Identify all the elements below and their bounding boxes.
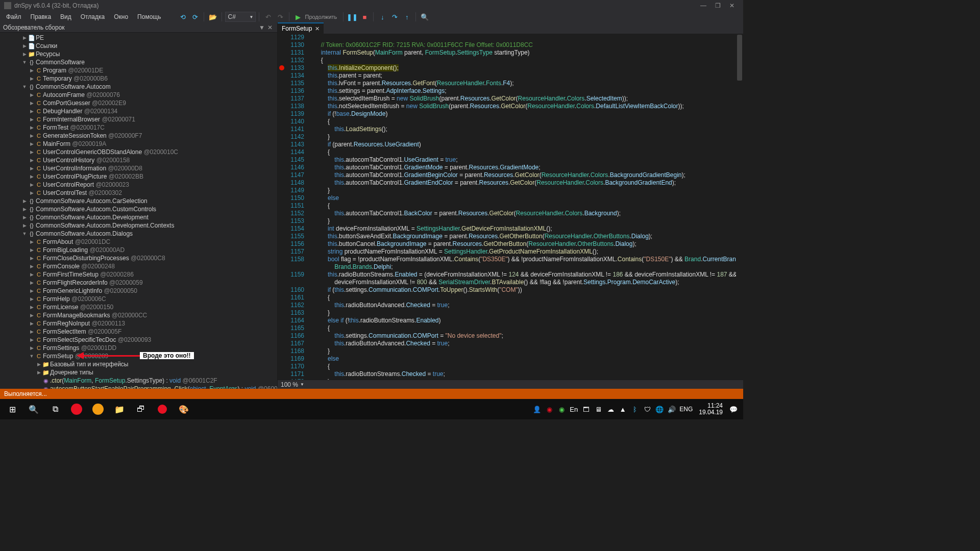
- clock[interactable]: 11:24 19.04.19: [696, 403, 726, 416]
- tree-row[interactable]: ▶C FormLicense @02000150: [0, 303, 277, 311]
- tree-row[interactable]: ▶C FormTest @0200017C: [0, 123, 277, 132]
- tree-row[interactable]: ▶📁 Базовый тип и интерфейсы: [0, 360, 277, 368]
- tree-row[interactable]: ▶C DebugHandler @02000134: [0, 107, 277, 115]
- notifications-icon[interactable]: 💬: [729, 406, 738, 413]
- sidebar-dropdown-icon[interactable]: ▼: [258, 24, 266, 31]
- tree-row[interactable]: ▶C Program @020001DE: [0, 66, 277, 74]
- nav-back-icon[interactable]: ⟲: [177, 11, 188, 22]
- taskbar-app-paint[interactable]: 🎨: [174, 400, 194, 418]
- minimize-button[interactable]: —: [696, 1, 710, 11]
- start-button[interactable]: ⊞: [2, 400, 22, 418]
- tray-icon[interactable]: ☁: [606, 406, 615, 413]
- tray-bluetooth-icon[interactable]: ᛒ: [630, 406, 640, 413]
- tree-row[interactable]: ▶📄 Ссылки: [0, 42, 277, 50]
- tree-row[interactable]: ▶C FormRegNoInput @02000113: [0, 319, 277, 328]
- stop-icon[interactable]: ■: [359, 11, 370, 22]
- tree-row[interactable]: ▶C FormSelectSpecificTecDoc @02000093: [0, 336, 277, 344]
- tray-icon[interactable]: 🛡: [643, 406, 652, 413]
- tree-row[interactable]: ▶C FormFlightRecorderInfo @02000059: [0, 279, 277, 287]
- tree-row[interactable]: ▶📄 PE: [0, 34, 277, 42]
- search-icon[interactable]: 🔍: [419, 11, 430, 22]
- tree-row[interactable]: ◉ .ctor(MainForm, FormSetup.SettingsType…: [0, 377, 277, 385]
- zoom-level[interactable]: 100 %: [281, 381, 298, 388]
- taskview-button[interactable]: ⧉: [45, 400, 65, 418]
- tree-row[interactable]: ▶C FormConsole @02000248: [0, 262, 277, 270]
- tray-volume-icon[interactable]: 🔊: [667, 406, 676, 413]
- tree-row[interactable]: ▼{} CommonSoftware.Autocom.Dialogs: [0, 230, 277, 238]
- tray-icon[interactable]: ◉: [545, 406, 554, 413]
- step-into-icon[interactable]: ↓: [377, 11, 388, 22]
- tray-network-icon[interactable]: 🌐: [655, 406, 664, 413]
- tree-row[interactable]: ▶C FormManageBookmarks @020000CC: [0, 311, 277, 319]
- tray-icon[interactable]: 👤: [532, 406, 542, 413]
- continue-label[interactable]: Продолжить: [305, 14, 340, 20]
- tree-row[interactable]: ▶C FormHelp @0200006C: [0, 295, 277, 303]
- close-button[interactable]: ✕: [725, 1, 739, 11]
- tree-row[interactable]: ▶C FormFirstTimeSetup @02000286: [0, 270, 277, 279]
- tray-icon[interactable]: 🖥: [594, 406, 603, 413]
- step-over-icon[interactable]: ↷: [389, 11, 400, 22]
- tree-row[interactable]: ▼C FormSetup @02000289Вроде это оно!!: [0, 352, 277, 360]
- tray-language[interactable]: ENG: [679, 406, 693, 413]
- system-tray[interactable]: 👤 ◉ ◉ En 🗔 🖥 ☁ ▲ ᛒ 🛡 🌐 🔊 ENG 11:24 19.04…: [532, 403, 741, 416]
- continue-icon[interactable]: ▶: [292, 11, 304, 22]
- tree-row[interactable]: ▶C FormSelectItem @0200005F: [0, 328, 277, 336]
- tree-row[interactable]: ▶C UserControlGenericOBDStandAlone @0200…: [0, 148, 277, 156]
- menu-view[interactable]: Вид: [56, 12, 76, 21]
- tree-row[interactable]: ▶C FormGenericLightInfo @02000050: [0, 287, 277, 295]
- menu-debug[interactable]: Отладка: [77, 12, 109, 21]
- taskbar-app-dnspy[interactable]: [152, 400, 173, 418]
- tab-formsetup[interactable]: FormSetup ✕: [278, 22, 324, 34]
- tree-row[interactable]: ▶C FormSettings @020001DD: [0, 344, 277, 352]
- tree-row[interactable]: ▶{} CommonSoftware.Autocom.Development.C…: [0, 221, 277, 230]
- sidebar-close-icon[interactable]: ✕: [266, 24, 274, 31]
- tree-view[interactable]: ▶📄 PE▶📄 Ссылки▶📁 Ресурсы▼{} CommonSoftwa…: [0, 33, 277, 389]
- tree-row[interactable]: ▶C Temporary @020000B6: [0, 74, 277, 83]
- tree-row[interactable]: ▶C GenerateSessionToken @020000F7: [0, 132, 277, 140]
- tree-row[interactable]: ▶C FormAbout @020001DC: [0, 238, 277, 246]
- step-out-icon[interactable]: ↑: [401, 11, 412, 22]
- code-editor[interactable]: // Token: 0x06001C2F RID: 7215 RVA: 0x00…: [307, 34, 743, 380]
- tree-row[interactable]: ▶C FormInternalBrowser @02000071: [0, 115, 277, 123]
- menu-window[interactable]: Окно: [110, 12, 132, 21]
- tree-row[interactable]: ▶C UserControlPlugPicture @020002BB: [0, 172, 277, 181]
- nav-forward-icon[interactable]: ⟳: [189, 11, 201, 22]
- tree-row[interactable]: ▶C UserControlReport @02000023: [0, 181, 277, 189]
- tree-row[interactable]: ◉ autocomButtonStartEnablePairProgrammin…: [0, 385, 277, 389]
- tab-close-icon[interactable]: ✕: [315, 26, 320, 32]
- tree-row[interactable]: ▶{} CommonSoftware.Autocom.Development: [0, 213, 277, 221]
- taskbar-app-explorer[interactable]: 📁: [109, 400, 130, 418]
- tray-icon[interactable]: ▲: [618, 406, 627, 413]
- tree-row[interactable]: ▶{} CommonSoftware.Autocom.CustomControl…: [0, 205, 277, 213]
- undo-icon[interactable]: ↶: [262, 11, 274, 22]
- tray-icon[interactable]: 🗔: [581, 406, 591, 413]
- language-dropdown[interactable]: C#▼: [225, 12, 256, 22]
- taskbar-app-opera[interactable]: [66, 400, 87, 418]
- tree-row[interactable]: ▶{} CommonSoftware.Autocom.CarSelection: [0, 197, 277, 205]
- search-button[interactable]: 🔍: [23, 400, 44, 418]
- tree-row[interactable]: ▶C AutocomFrame @02000076: [0, 91, 277, 99]
- tree-row[interactable]: ▶📁 Ресурсы: [0, 50, 277, 58]
- tray-icon[interactable]: En: [569, 406, 578, 413]
- tree-row[interactable]: ▶C UserControlTest @02000302: [0, 189, 277, 197]
- maximize-button[interactable]: ❐: [710, 1, 725, 11]
- menu-help[interactable]: Помощь: [133, 12, 165, 21]
- breakpoint-gutter[interactable]: [278, 34, 286, 380]
- menu-file[interactable]: Файл: [2, 12, 26, 21]
- tree-row[interactable]: ▶C UserControlInformation @020000D8: [0, 164, 277, 172]
- tree-row[interactable]: ▶C ComPortGuesser @020002E9: [0, 99, 277, 107]
- tree-row[interactable]: ▶C FormCloseDisturbingProcesses @020000C…: [0, 254, 277, 262]
- redo-icon[interactable]: ↷: [275, 11, 286, 22]
- tree-row[interactable]: ▼{} CommonSoftware.Autocom: [0, 83, 277, 91]
- tree-row[interactable]: ▶C FormBigLoading @020000AD: [0, 246, 277, 254]
- tree-row[interactable]: ▶C MainForm @0200019A: [0, 140, 277, 148]
- tree-row[interactable]: ▼{} CommonSoftware: [0, 58, 277, 66]
- zoom-dropdown-icon[interactable]: ▼: [300, 382, 304, 387]
- tray-icon[interactable]: ◉: [557, 406, 566, 413]
- open-icon[interactable]: 📂: [207, 11, 218, 22]
- tree-row[interactable]: ▶C UserControlHistory @02000158: [0, 156, 277, 164]
- menu-edit[interactable]: Правка: [27, 12, 56, 21]
- pause-icon[interactable]: ❚❚: [347, 11, 358, 22]
- vertical-scrollbar[interactable]: [736, 34, 743, 380]
- tree-row[interactable]: ▶📁 Дочерние типы: [0, 368, 277, 377]
